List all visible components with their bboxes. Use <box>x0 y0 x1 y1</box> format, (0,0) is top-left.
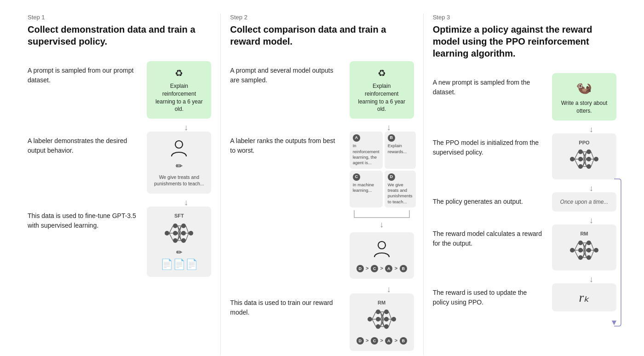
step3-section4: The reward model calculates a reward for… <box>433 224 616 270</box>
svg-point-71 <box>570 248 575 253</box>
recycle-icon-1: ♻ <box>153 67 205 80</box>
step-3-column: Step 3 Optimize a policy against the rew… <box>424 14 626 356</box>
svg-point-26 <box>376 310 380 314</box>
svg-line-9 <box>169 226 173 233</box>
arrow-1b: ↓ <box>184 198 188 207</box>
reward-value-box: rₖ <box>552 283 616 311</box>
ppo-box: PPO <box>552 133 616 179</box>
step2-text2: A labeler ranks the outputs from best to… <box>230 132 342 155</box>
svg-line-23 <box>186 233 189 241</box>
main-container: Step 1 Collect demonstration data and tr… <box>18 14 626 356</box>
svg-point-6 <box>181 231 186 235</box>
otter-prompt-text: Write a story about otters. <box>558 99 610 115</box>
rm-box-2: RM <box>350 293 414 351</box>
step1-text2: A labeler demonstrates the desired outpu… <box>28 132 139 155</box>
svg-point-30 <box>384 317 389 322</box>
svg-point-72 <box>578 241 583 245</box>
neural-net-sft <box>162 221 196 245</box>
svg-point-54 <box>586 164 591 169</box>
rank2-A: A <box>385 337 392 345</box>
cell-label-C: C <box>353 173 360 181</box>
labeler-box-2: D > C > A > B <box>350 232 414 279</box>
prompt-box-2: ♻ Explain reinforcement learning to a 6 … <box>350 61 414 119</box>
brace-svg <box>350 209 414 218</box>
rank-C: C <box>371 265 378 272</box>
step3-text5: The reward is used to update the policy … <box>433 283 545 307</box>
rank-D: D <box>356 265 364 272</box>
rm-label-2: RM <box>355 300 408 305</box>
step3-diagram1: 🦦 Write a story about otters. <box>552 73 616 121</box>
svg-line-79 <box>575 243 578 250</box>
step2-section1: A prompt and several model outputs are s… <box>230 61 414 119</box>
doc-icons: 📄📄📄 <box>152 258 206 270</box>
svg-line-81 <box>575 250 578 258</box>
step1-section3: This data is used to fine-tune GPT-3.5 w… <box>28 207 211 277</box>
step-1-column: Step 1 Collect demonstration data and tr… <box>18 14 221 356</box>
svg-point-52 <box>586 149 591 154</box>
pencil-icon-2: ✏ <box>152 248 206 257</box>
svg-line-93 <box>591 250 594 258</box>
step2-diagram1: ♻ Explain reinforcement learning to a 6 … <box>350 61 414 119</box>
neural-net-ppo <box>568 147 601 171</box>
step2-diagram3: RM <box>350 293 414 351</box>
svg-point-76 <box>586 248 591 253</box>
svg-point-73 <box>578 248 583 253</box>
step1-section2: A labeler demonstrates the desired outpu… <box>28 132 211 193</box>
comp-cell-C: C In machine learning... <box>350 171 383 207</box>
svg-point-51 <box>578 164 583 169</box>
svg-point-4 <box>173 238 178 243</box>
prompt-text-1: Explain reinforcement learning to a 6 ye… <box>153 82 205 113</box>
arrow-3d: ↓ <box>589 275 593 283</box>
cell-label-B: B <box>388 134 395 142</box>
svg-point-24 <box>378 241 385 249</box>
svg-point-77 <box>586 255 591 260</box>
rank2-B: B <box>400 337 407 345</box>
svg-point-75 <box>586 241 591 245</box>
neural-net-rm <box>365 307 398 331</box>
prompt-text-2: Explain reinforcement learning to a 6 ye… <box>356 82 408 113</box>
step3-diagram2: PPO <box>552 133 616 179</box>
output-text-box: Once upon a time... <box>552 192 616 212</box>
step1-text3: This data is used to fine-tune GPT-3.5 w… <box>28 207 139 230</box>
cell-label-D: D <box>388 173 395 181</box>
ppo-label: PPO <box>558 140 611 145</box>
arrow-2a: ↓ <box>387 123 391 132</box>
rm-label-3: RM <box>558 231 611 236</box>
arrow-2c: ↓ <box>387 285 391 293</box>
rank2-C: C <box>371 337 378 345</box>
rm-box-3: RM <box>552 224 616 270</box>
step2-text1: A prompt and several model outputs are s… <box>230 61 342 85</box>
step3-section3: The policy generates an output. Once upo… <box>433 192 616 212</box>
svg-point-3 <box>173 231 178 235</box>
step3-section5: The reward is used to update the policy … <box>433 283 616 311</box>
step-2-column: Step 2 Collect comparison data and train… <box>221 14 423 356</box>
step2-text3: This data is used to train our reward mo… <box>230 293 342 317</box>
svg-line-11 <box>169 233 173 241</box>
step-1-content: A prompt is sampled from our prompt data… <box>28 61 211 281</box>
step3-section1: A new prompt is sampled from the dataset… <box>433 73 616 121</box>
rank2-D: D <box>356 337 364 345</box>
cell-label-A: A <box>353 134 360 142</box>
svg-point-32 <box>391 317 396 322</box>
svg-line-70 <box>591 159 594 167</box>
step1-diagram1: ♻ Explain reinforcement learning to a 6 … <box>147 61 211 119</box>
step-1-title: Collect demonstration data and train a s… <box>28 23 211 47</box>
rank-A: A <box>385 265 392 272</box>
rank-B: B <box>400 265 407 272</box>
comp-cell-B: B Explain rewards... <box>385 132 416 168</box>
step-1-label: Step 1 <box>28 14 211 21</box>
svg-line-91 <box>591 243 594 250</box>
svg-point-7 <box>181 238 186 243</box>
step3-diagram4: RM <box>552 224 616 270</box>
step1-diagram2: ✏ We give treats and punishments to teac… <box>147 132 211 193</box>
svg-point-74 <box>578 255 583 260</box>
feedback-arrow-svg <box>607 179 621 326</box>
svg-point-27 <box>376 317 380 322</box>
cell-text-C: In machine learning... <box>353 182 380 194</box>
reward-value-text: rₖ <box>579 290 590 304</box>
labeler-box-1: ✏ We give treats and punishments to teac… <box>147 132 211 193</box>
comp-cell-A: A In reinforcement learning, the agent i… <box>350 132 383 168</box>
svg-line-58 <box>575 159 578 167</box>
svg-line-47 <box>389 319 391 327</box>
step1-text1: A prompt is sampled from our prompt data… <box>28 61 139 85</box>
